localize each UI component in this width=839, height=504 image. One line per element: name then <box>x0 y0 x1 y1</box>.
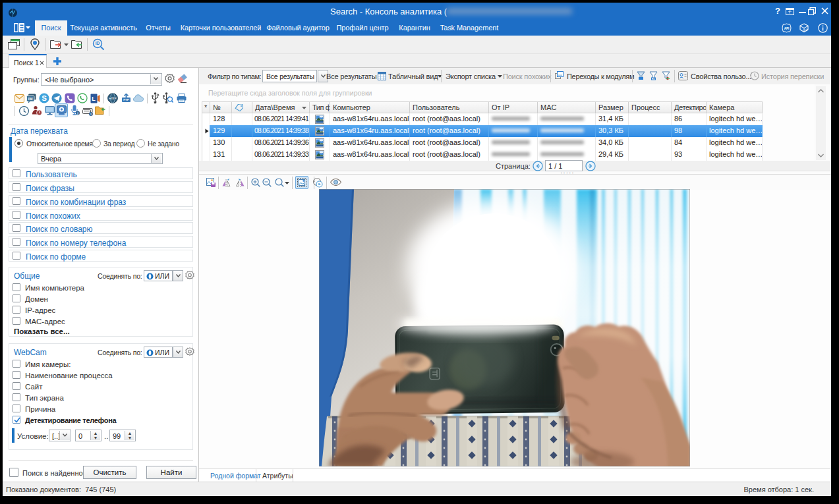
svg-text:ID: ID <box>96 41 100 45</box>
svg-text:API: API <box>784 27 790 30</box>
svg-text:L: L <box>92 96 96 102</box>
svg-text:S: S <box>42 94 47 102</box>
svg-text:IM: IM <box>28 97 33 101</box>
svg-text:HTTP: HTTP <box>109 97 117 100</box>
svg-text:FTP: FTP <box>123 98 129 101</box>
